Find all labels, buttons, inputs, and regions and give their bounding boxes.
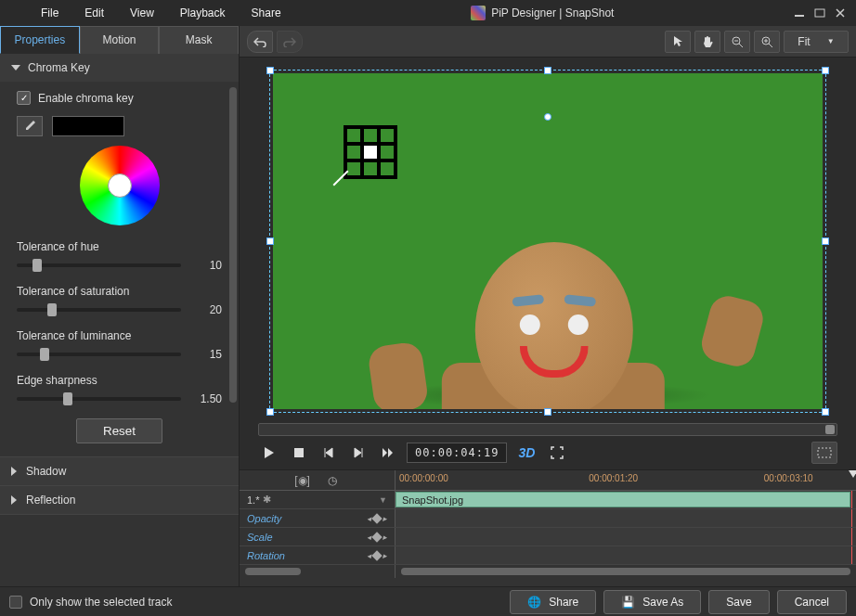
- clock-icon[interactable]: ◷: [326, 474, 339, 487]
- playhead[interactable]: [847, 470, 856, 490]
- panel-scrollbar[interactable]: [229, 87, 237, 403]
- resize-handle[interactable]: [266, 237, 274, 245]
- enable-chroma-label: Enable chroma key: [38, 92, 134, 105]
- enable-chroma-checkbox[interactable]: ✓: [17, 91, 31, 105]
- rotate-handle[interactable]: [544, 113, 551, 121]
- redo-button[interactable]: [277, 31, 303, 53]
- eyedropper-sampler[interactable]: [344, 125, 397, 179]
- reset-button[interactable]: Reset: [76, 418, 162, 443]
- zoom-in-button[interactable]: [754, 31, 780, 53]
- chevron-right-icon: [11, 495, 17, 505]
- minimize-button[interactable]: [791, 6, 808, 19]
- play-icon: [263, 446, 276, 459]
- tab-mask[interactable]: Mask: [159, 26, 239, 54]
- prev-frame-icon: [323, 447, 334, 458]
- keyframe-controls[interactable]: ◂▸: [367, 514, 387, 523]
- preview-toolbar: Fit ▼: [240, 26, 856, 58]
- sat-tolerance-slider[interactable]: [17, 308, 181, 312]
- edge-sharpness-label: Edge sharpness: [17, 374, 222, 387]
- timeline: [◉] ◷ 00:00:00:00 00:00:01:20 00:00:03:1…: [240, 469, 856, 586]
- tab-properties[interactable]: Properties: [0, 26, 80, 54]
- undo-button[interactable]: [247, 31, 273, 53]
- zoom-out-button[interactable]: [724, 31, 750, 53]
- svg-rect-9: [294, 448, 304, 457]
- close-button[interactable]: [832, 6, 849, 19]
- menu-view[interactable]: View: [117, 3, 167, 23]
- pan-tool[interactable]: [694, 31, 720, 53]
- fullscreen-button[interactable]: [546, 442, 568, 464]
- save-icon: 💾: [621, 596, 635, 609]
- preview-area: [240, 58, 856, 419]
- redo-icon: [283, 36, 296, 47]
- timeline-v-scroll[interactable]: [245, 568, 301, 575]
- resize-handle[interactable]: [822, 67, 829, 74]
- zoom-dropdown[interactable]: Fit ▼: [784, 31, 849, 53]
- section-shadow[interactable]: Shadow: [0, 457, 239, 485]
- pointer-tool[interactable]: [665, 31, 691, 53]
- fast-forward-button[interactable]: [377, 442, 399, 464]
- resize-handle[interactable]: [266, 408, 274, 416]
- window-title: PiP Designer | SnapShot: [294, 6, 791, 20]
- color-wheel[interactable]: [80, 146, 160, 225]
- footer: Only show the selected track 🌐Share 💾Sav…: [0, 586, 856, 616]
- section-chroma-key[interactable]: Chroma Key: [0, 54, 239, 82]
- eyedropper-icon: [23, 120, 36, 133]
- prev-frame-button[interactable]: [318, 442, 340, 464]
- safe-zone-icon: [817, 447, 832, 458]
- playback-bar: 00:00:04:19 3D: [240, 436, 856, 469]
- resize-handle[interactable]: [822, 237, 829, 245]
- lum-tolerance-slider[interactable]: [17, 353, 181, 356]
- svg-rect-1: [815, 9, 824, 17]
- save-as-button[interactable]: 💾Save As: [603, 590, 701, 614]
- next-frame-button[interactable]: [347, 442, 370, 464]
- track-rotation[interactable]: Rotation ◂▸: [240, 546, 396, 564]
- keyframe-controls[interactable]: ◂▸: [367, 551, 387, 560]
- track-scale[interactable]: Scale ◂▸: [240, 528, 396, 545]
- track-opacity[interactable]: Opacity ◂▸: [240, 509, 396, 527]
- selection-box[interactable]: [269, 70, 826, 413]
- svg-line-6: [769, 44, 772, 47]
- maximize-button[interactable]: [811, 6, 828, 19]
- 3d-toggle[interactable]: 3D: [514, 445, 538, 460]
- timeline-clip[interactable]: SnapShot.jpg: [396, 492, 850, 507]
- timecode-display[interactable]: 00:00:04:19: [407, 443, 507, 463]
- menu-playback[interactable]: Playback: [167, 3, 239, 23]
- preview-scrubber[interactable]: [258, 423, 837, 436]
- section-reflection[interactable]: Reflection: [0, 486, 239, 514]
- cancel-button[interactable]: Cancel: [777, 590, 847, 614]
- only-show-track-label: Only show the selected track: [30, 596, 172, 609]
- safe-zone-button[interactable]: [811, 442, 837, 464]
- resize-handle[interactable]: [266, 67, 274, 74]
- preview-canvas[interactable]: [269, 70, 826, 413]
- menu-file[interactable]: File: [28, 3, 71, 23]
- only-show-track-checkbox[interactable]: [9, 596, 22, 609]
- zoom-out-icon: [731, 35, 744, 48]
- color-swatch[interactable]: [52, 116, 124, 136]
- sample-grid-icon: [344, 125, 397, 179]
- next-frame-icon: [353, 447, 364, 458]
- hue-tolerance-slider[interactable]: [17, 263, 181, 267]
- stop-button[interactable]: [288, 442, 310, 464]
- tab-motion[interactable]: Motion: [80, 26, 160, 54]
- undo-icon: [253, 36, 266, 47]
- keyframe-controls[interactable]: ◂▸: [367, 533, 387, 542]
- save-button[interactable]: Save: [708, 590, 769, 614]
- track-header[interactable]: 1.*✱ ▼: [240, 491, 396, 508]
- eyedropper-button[interactable]: [17, 116, 43, 136]
- menu-edit[interactable]: Edit: [71, 3, 117, 23]
- time-ruler[interactable]: 00:00:00:00 00:00:01:20 00:00:03:10: [396, 470, 856, 490]
- play-button[interactable]: [258, 442, 280, 464]
- edge-sharpness-slider[interactable]: [17, 397, 181, 401]
- resize-handle[interactable]: [822, 408, 829, 416]
- main-menu: File Edit View Playback Share: [0, 3, 294, 23]
- globe-icon: 🌐: [527, 596, 541, 609]
- menu-share[interactable]: Share: [239, 3, 294, 23]
- timeline-h-scroll[interactable]: [401, 568, 850, 575]
- keyframe-view-icon[interactable]: [◉]: [296, 474, 309, 487]
- share-button[interactable]: 🌐Share: [510, 590, 596, 614]
- resize-handle[interactable]: [544, 67, 551, 74]
- fullscreen-icon: [551, 446, 564, 459]
- sat-tolerance-label: Tolerance of saturation: [17, 285, 222, 298]
- chevron-down-icon: ▼: [827, 37, 835, 45]
- resize-handle[interactable]: [544, 408, 551, 416]
